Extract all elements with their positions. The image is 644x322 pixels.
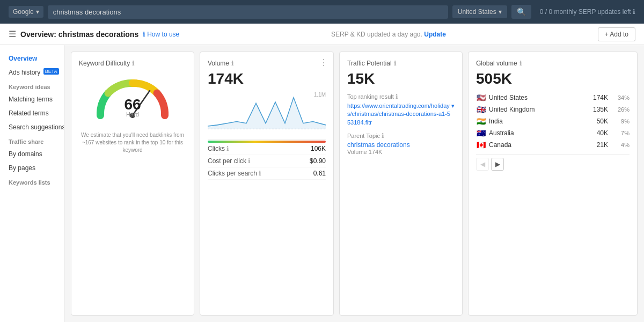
kd-info-icon[interactable]: ℹ [132,60,135,67]
cpc-info-icon[interactable]: ℹ [248,157,251,165]
top-result-section: Top ranking result ℹ https://www.orienta… [347,93,455,127]
main-layout: Overview Ads history BETA Keyword ideas … [0,45,644,322]
sidebar-item-search-suggestions[interactable]: Search suggestions [0,120,64,134]
volume-metrics: Clicks ℹ 106K Cost per click ℹ $0.90 Cli… [208,139,326,180]
global-value: 505K [476,70,630,87]
country-name-3: Australia [489,129,594,137]
sidebar-item-by-domains[interactable]: By domains [0,147,64,161]
country-val-1: 135K [593,106,608,113]
parent-topic-section: Parent Topic ℹ christmas decorations Vol… [347,132,455,155]
sidebar-item-matching-terms[interactable]: Matching terms [0,92,64,106]
country-name-1: United Kingdom [489,106,590,113]
traffic-info-icon[interactable]: ℹ [394,60,397,67]
second-bar: ☰ Overview: christmas decorations ℹ How … [0,24,644,45]
parent-topic-volume: Volume 174K [347,149,455,155]
parent-topic-link[interactable]: christmas decorations [347,141,455,149]
country-pct-2: 9% [614,118,630,125]
sidebar-item-by-pages[interactable]: By pages [0,161,64,175]
gauge-container: 66 Hard [79,72,186,126]
country-chevron: ▾ [499,8,502,16]
global-volume-card: Global volume ℹ 505K 🇺🇸 United States 17… [468,52,638,316]
sidebar-section-traffic-share: Traffic share [0,134,64,147]
volume-menu-icon[interactable]: ⋮ [319,57,328,68]
color-bar [208,141,326,143]
cpc-value: $0.90 [310,157,326,165]
gauge-number: 66 [124,96,141,113]
volume-card: Volume ℹ 174K ⋮ 1.1M [200,52,334,316]
country-list: 🇺🇸 United States 174K 34% 🇬🇧 United King… [476,92,630,151]
volume-chart: 1.1M [208,92,326,135]
traffic-label: Traffic Potential ℹ [347,60,455,67]
country-pct-4: 4% [614,142,630,148]
prev-button[interactable]: ◀ [476,158,489,171]
kd-label: Keyword Difficulty ℹ [79,60,186,67]
global-nav: ◀ ▶ [476,154,630,171]
clicks-info-icon[interactable]: ℹ [226,145,229,152]
second-bar-left: ☰ Overview: christmas decorations ℹ How … [9,29,179,39]
country-select[interactable]: United States ▾ [452,5,507,18]
country-row: 🇮🇳 India 50K 9% [476,115,630,127]
serp-info: 0 / 0 monthly SERP updates left ℹ [540,8,635,16]
search-button[interactable]: 🔍 [511,5,531,19]
country-pct-0: 34% [614,94,630,101]
sidebar-item-related-terms[interactable]: Related terms [0,106,64,120]
country-flag-3: 🇦🇺 [476,130,486,136]
traffic-card: Traffic Potential ℹ 15K Top ranking resu… [339,52,463,316]
chart-svg [208,92,326,135]
content-area: Keyword Difficulty ℹ 66 [64,45,644,322]
metric-clicks-per-search: Clicks per search ℹ 0.61 [208,167,326,180]
sidebar-section-keywords-lists: Keywords lists [0,175,64,188]
metric-clicks: Clicks ℹ 106K [208,143,326,155]
sidebar: Overview Ads history BETA Keyword ideas … [0,45,64,322]
sidebar-item-overview[interactable]: Overview [0,52,64,65]
clicks-value: 106K [311,145,326,152]
top-result-link[interactable]: https://www.orientaltrading.com/holidays… [347,102,455,127]
country-row: 🇺🇸 United States 174K 34% [476,92,630,104]
country-name-0: United States [489,94,590,101]
engine-select[interactable]: Google ▾ [9,6,43,18]
search-input[interactable] [48,5,448,19]
country-pct-3: 7% [614,130,630,136]
country-val-3: 40K [597,129,608,137]
country-pct-1: 26% [614,106,630,113]
next-button[interactable]: ▶ [491,158,504,171]
kd-note: We estimate that you'll need backlinks f… [79,131,186,154]
country-name-2: India [489,118,594,125]
country-row: 🇨🇦 Canada 21K 4% [476,139,630,151]
country-flag-0: 🇺🇸 [476,94,486,101]
top-bar: Google ▾ United States ▾ 🔍 0 / 0 monthly… [0,0,644,24]
gauge-difficulty-label: Hard [126,111,139,118]
traffic-value: 15K [347,70,455,87]
add-to-button[interactable]: + Add to [598,27,635,41]
how-to-use-link[interactable]: ℹ How to use [143,31,179,38]
country-flag-2: 🇮🇳 [476,118,486,125]
parent-topic-info-icon[interactable]: ℹ [382,132,384,140]
kd-card: Keyword Difficulty ℹ 66 [71,52,194,316]
cps-value: 0.61 [313,170,326,177]
volume-info-icon[interactable]: ℹ [231,60,234,67]
country-row: 🇬🇧 United Kingdom 135K 26% [476,104,630,115]
top-result-info-icon[interactable]: ℹ [396,93,398,100]
question-icon: ℹ [143,31,145,38]
country-label: United States [458,8,496,16]
country-name-4: Canada [489,141,594,149]
sidebar-item-ads-history[interactable]: Ads history BETA [0,65,64,79]
cps-info-icon[interactable]: ℹ [259,170,261,177]
beta-badge: BETA [43,68,59,75]
menu-icon[interactable]: ☰ [9,29,16,39]
volume-value: 174K [208,70,326,87]
volume-top-val: 1.1M [314,92,326,98]
dropdown-icon: ▾ [451,102,455,110]
global-info-icon[interactable]: ℹ [519,60,522,67]
country-row: 🇦🇺 Australia 40K 7% [476,127,630,139]
engine-label: Google [13,8,34,16]
engine-chevron: ▾ [36,8,39,16]
serp-update-info: SERP & KD updated a day ago. Update [331,31,446,38]
update-link[interactable]: Update [424,31,446,38]
volume-label: Volume ℹ [208,60,326,67]
country-val-0: 174K [593,94,608,101]
country-val-2: 50K [597,118,608,125]
page-title: Overview: christmas decorations [20,30,138,39]
sidebar-section-keyword-ideas: Keyword ideas [0,79,64,92]
metric-cpc: Cost per click ℹ $0.90 [208,155,326,167]
